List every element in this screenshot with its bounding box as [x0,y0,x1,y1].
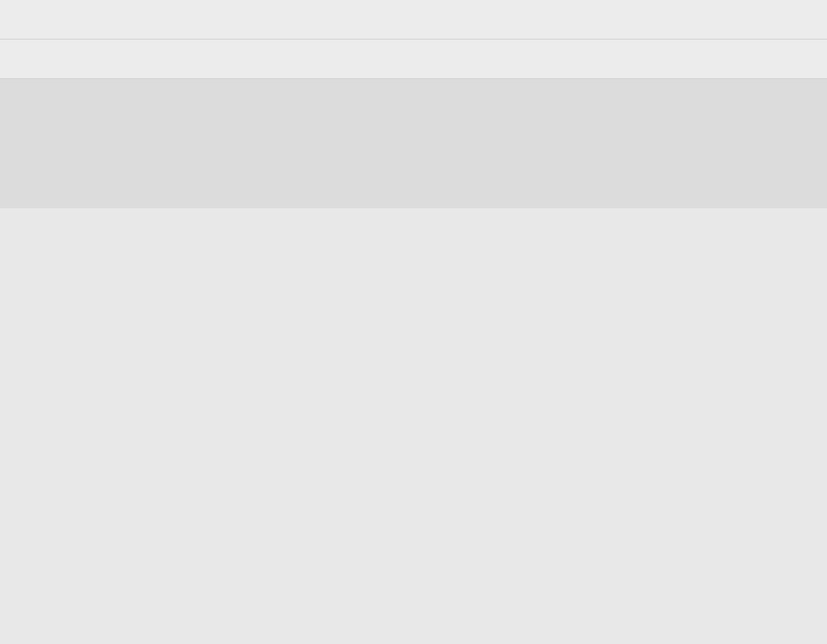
other-section [0,79,827,208]
personal-section [0,0,827,40]
hardware-section [0,40,827,79]
